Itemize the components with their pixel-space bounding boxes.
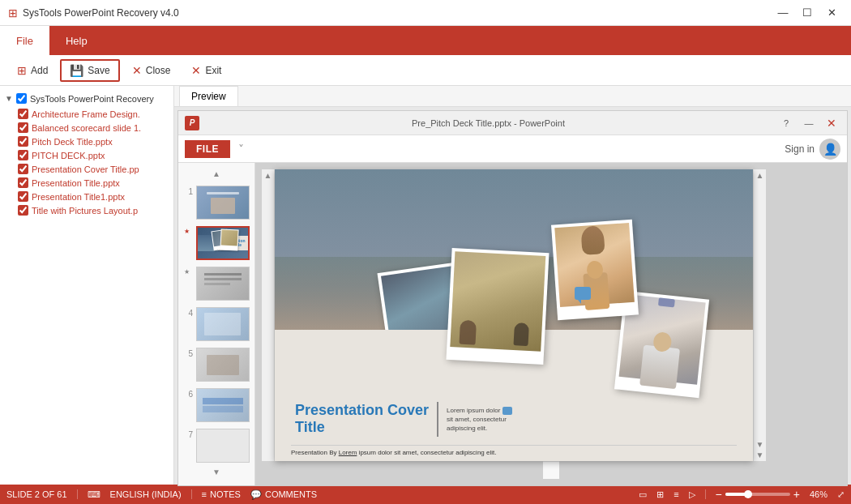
app-icon: ⊞ xyxy=(8,6,18,19)
lorem-link: Lorem xyxy=(339,449,357,456)
item-4-checkbox[interactable] xyxy=(18,164,28,174)
slide-2-star: ★ xyxy=(184,228,194,235)
view-presenter-btn[interactable]: ▷ xyxy=(689,489,695,500)
root-checkbox[interactable] xyxy=(16,93,27,104)
slide-item-4[interactable]: 4 xyxy=(182,305,251,343)
slide-title-line2: Title xyxy=(295,419,429,437)
status-sep-1 xyxy=(77,489,78,499)
add-button[interactable]: ⊞ Add xyxy=(8,60,57,81)
item-3-checkbox[interactable] xyxy=(18,150,28,160)
sidebar-item-2[interactable]: Pitch Deck Title.pptx xyxy=(0,135,173,148)
sidebar-item-6[interactable]: Presentation Title1.pptx xyxy=(0,190,173,203)
minimize-button[interactable]: — xyxy=(772,2,794,24)
ppt-window: P Pre_Pitch Deck Title.pptx - PowerPoint… xyxy=(177,110,848,486)
keyboard-icon-item: ⌨ xyxy=(88,489,100,500)
scroll-down-btn[interactable]: ▼ xyxy=(211,468,222,479)
chat-bubble-inline xyxy=(502,407,512,415)
avatar: 👤 xyxy=(819,139,840,160)
right-scroll-down[interactable]: ▼ xyxy=(756,440,764,449)
slide-item-7[interactable]: 7 xyxy=(182,427,251,464)
ppt-minimize-button[interactable]: — xyxy=(800,114,818,132)
slide-bottom-text: Presentation By Lorem ipsum dolor sit am… xyxy=(291,445,737,456)
slide-right-scroll: ▲ ▼ ▼ xyxy=(753,169,766,461)
slide-7-num: 7 xyxy=(184,430,194,439)
sidebar-item-3[interactable]: PITCH DECK.pptx xyxy=(0,148,173,162)
app-title: SysTools PowerPoint Recovery v4.0 xyxy=(23,7,179,19)
item-6-checkbox[interactable] xyxy=(18,191,28,202)
zoom-slider: − + xyxy=(716,488,800,501)
root-label: SysTools PowerPoint Recovery xyxy=(30,94,154,104)
slide-4-thumb xyxy=(196,307,249,341)
title-bar-left: ⊞ SysTools PowerPoint Recovery v4.0 xyxy=(8,6,179,19)
slide-item-1[interactable]: 1 xyxy=(182,184,251,221)
comments-item[interactable]: 💬 COMMENTS xyxy=(250,489,317,500)
maximize-button[interactable]: ☐ xyxy=(796,2,819,24)
sidebar-item-4[interactable]: Presentation Cover Title.pp xyxy=(0,162,173,176)
signin-label[interactable]: Sign in xyxy=(785,143,815,155)
sidebar-item-5[interactable]: Presentation Title.pptx xyxy=(0,176,173,190)
polaroid-2 xyxy=(446,248,549,365)
view-book-btn[interactable]: ≡ xyxy=(674,489,678,499)
ppt-title-left: P xyxy=(185,116,199,130)
slide-description: Lorem ipsum dolor sit amet, consectetura… xyxy=(447,406,511,434)
menu-bar: File Help xyxy=(0,26,851,55)
view-normal-btn[interactable]: ▭ xyxy=(639,489,647,500)
status-sep-3 xyxy=(705,489,706,499)
menu-help[interactable]: Help xyxy=(49,26,104,55)
save-icon: 💾 xyxy=(70,64,83,77)
slide-4-num: 4 xyxy=(184,309,194,318)
notes-icon: ≡ xyxy=(202,489,207,499)
zoom-percent-item[interactable]: 46% xyxy=(810,489,827,499)
ppt-ribbon: FILE ˅ Sign in 👤 xyxy=(178,135,847,163)
ppt-window-title: Pre_Pitch Deck Title.pptx - PowerPoint xyxy=(199,118,777,128)
ppt-help-button[interactable]: ? xyxy=(777,114,795,132)
zoom-plus[interactable]: + xyxy=(793,488,800,501)
slide-3-star: ★ xyxy=(184,268,194,275)
item-7-checkbox[interactable] xyxy=(18,205,28,216)
sidebar-item-0[interactable]: Architecture Frame Design. xyxy=(0,107,173,121)
slide-5-thumb xyxy=(196,348,249,382)
titlebar-close-button[interactable]: ✕ xyxy=(820,2,843,24)
zoom-track[interactable] xyxy=(725,493,790,496)
scroll-up-btn[interactable]: ▲ xyxy=(211,169,222,181)
zoom-minus[interactable]: − xyxy=(716,488,722,501)
preview-tab[interactable]: Preview xyxy=(179,86,238,106)
ppt-file-button[interactable]: FILE xyxy=(185,140,230,158)
item-0-checkbox[interactable] xyxy=(18,109,28,119)
exit-button[interactable]: ✕ Exit xyxy=(182,60,230,81)
slide-item-6[interactable]: 6 xyxy=(182,387,251,424)
slide-desc-area: Lorem ipsum dolor sit amet, consectetura… xyxy=(447,402,511,437)
signin-area: Sign in 👤 xyxy=(785,139,840,160)
left-scroll-up[interactable]: ▲ xyxy=(264,171,272,180)
scroll-contract[interactable]: ▼ xyxy=(756,451,764,459)
ppt-title-right: ? — ✕ xyxy=(777,114,840,132)
slide-divider xyxy=(437,402,438,437)
fit-page-btn[interactable]: ⤢ xyxy=(837,489,845,500)
ppt-close-button[interactable]: ✕ xyxy=(823,114,840,132)
sidebar-item-7[interactable]: Title with Pictures Layout.p xyxy=(0,203,173,217)
add-icon: ⊞ xyxy=(17,64,27,77)
title-bar-controls: — ☐ ✕ xyxy=(772,2,843,24)
item-1-checkbox[interactable] xyxy=(18,122,28,133)
sidebar-item-1[interactable]: Balanced scorecard slide 1. xyxy=(0,121,173,135)
menu-file[interactable]: File xyxy=(0,26,49,55)
view-grid-icon: ⊞ xyxy=(656,489,664,500)
ppt-app-icon: P xyxy=(185,116,199,130)
item-5-checkbox[interactable] xyxy=(18,177,28,188)
notes-item[interactable]: ≡ NOTES xyxy=(202,489,241,499)
item-2-checkbox[interactable] xyxy=(18,136,28,147)
save-button[interactable]: 💾 Save xyxy=(60,59,119,82)
slide-item-2[interactable]: ★ PresentationCover Title xyxy=(182,224,251,262)
slide-item-5[interactable]: 5 xyxy=(182,346,251,383)
close-button[interactable]: ✕ Close xyxy=(123,60,180,81)
fit-page-icon: ⤢ xyxy=(837,489,845,500)
slide-info: SLIDE 2 OF 61 xyxy=(6,489,67,499)
view-grid-btn[interactable]: ⊞ xyxy=(656,489,664,500)
slide-7-thumb xyxy=(196,429,249,463)
exit-icon: ✕ xyxy=(191,64,201,77)
right-scroll-up[interactable]: ▲ xyxy=(756,171,764,180)
slide-item-3[interactable]: ★ xyxy=(182,265,251,302)
slide-1-thumb xyxy=(196,186,249,220)
zoom-thumb xyxy=(744,490,752,498)
slide-text-area: Presentation Cover Title Lorem ipsum dol… xyxy=(295,402,512,437)
